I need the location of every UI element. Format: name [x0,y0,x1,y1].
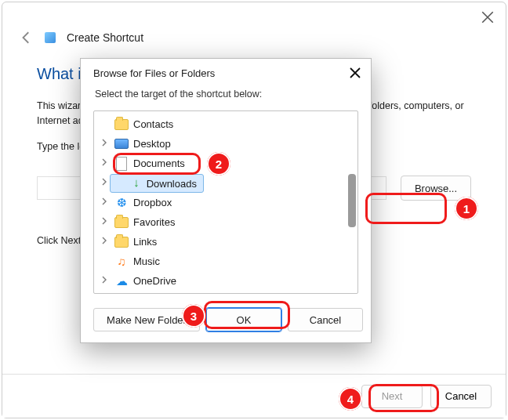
chevron-right-icon[interactable] [100,276,108,284]
dropbox-icon: ❆ [114,196,129,210]
desktop-icon [114,137,129,151]
chevron-right-icon[interactable] [100,237,108,244]
folder-tree: Contacts Desktop Documents ↓ Downloads [93,110,358,294]
wizard-title: Create Shortcut [67,31,143,44]
tree-item-label: Links [133,236,157,248]
ok-button[interactable]: OK [206,308,281,331]
tree-scrollbar-thumb[interactable] [348,174,356,227]
folder-icon [114,235,129,249]
chevron-right-icon[interactable] [100,217,108,225]
make-new-folder-button[interactable]: Make New Folder [93,308,200,331]
tree-item-dropbox[interactable]: ❆ Dropbox [94,193,347,212]
cloud-icon: ☁ [114,274,129,288]
folder-tree-viewport[interactable]: Contacts Desktop Documents ↓ Downloads [94,111,347,293]
next-button[interactable]: Next [361,385,423,408]
tree-item-label: Documents [133,158,185,169]
tree-item-music[interactable]: ♫ Music [94,252,347,271]
close-icon[interactable] [349,67,361,79]
dialog-title: Browse for Files or Folders [93,67,215,79]
dialog-button-row: Make New Folder OK Cancel [81,302,371,342]
tree-scrollbar[interactable] [347,113,356,291]
dialog-cancel-button[interactable]: Cancel [288,308,363,331]
tree-item-label: Dropbox [133,197,172,208]
download-icon: ↓ [129,176,143,190]
folder-icon [114,215,129,230]
tree-item-downloads[interactable]: ↓ Downloads [94,173,347,193]
music-icon: ♫ [114,255,129,269]
tree-item-onedrive[interactable]: ☁ OneDrive [94,271,347,291]
tree-item-contacts[interactable]: Contacts [94,114,347,134]
chevron-right-icon[interactable] [100,178,108,186]
shortcut-icon [45,32,56,43]
tree-item-documents[interactable]: Documents [94,154,347,173]
document-icon [114,157,129,171]
tree-item-favorites[interactable]: Favorites [94,212,347,232]
tree-item-label: Desktop [133,138,171,150]
tree-item-label: Contacts [133,118,173,130]
tree-item-label: Music [133,255,160,267]
tree-item-desktop[interactable]: Desktop [94,134,347,154]
tree-item-label: OneDrive [133,275,176,287]
tree-item-links[interactable]: Links [94,232,347,252]
folder-icon [114,118,129,132]
tree-item-label: Favorites [133,216,175,228]
close-icon[interactable] [481,10,495,24]
dialog-subtitle: Select the target of the shortcut below: [81,85,371,107]
wizard-footer: Next Cancel [2,374,506,418]
back-arrow-icon[interactable] [20,31,34,45]
tree-item-label: Downloads [147,177,197,189]
chevron-right-icon[interactable] [100,158,108,166]
browse-button[interactable]: Browse... [401,176,471,201]
wizard-header: Create Shortcut [2,2,506,45]
browse-folders-dialog: Browse for Files or Folders Select the t… [80,58,372,343]
chevron-right-icon[interactable] [100,139,108,147]
dialog-titlebar: Browse for Files or Folders [81,59,371,85]
chevron-right-icon[interactable] [100,197,108,205]
cancel-button[interactable]: Cancel [430,385,492,408]
